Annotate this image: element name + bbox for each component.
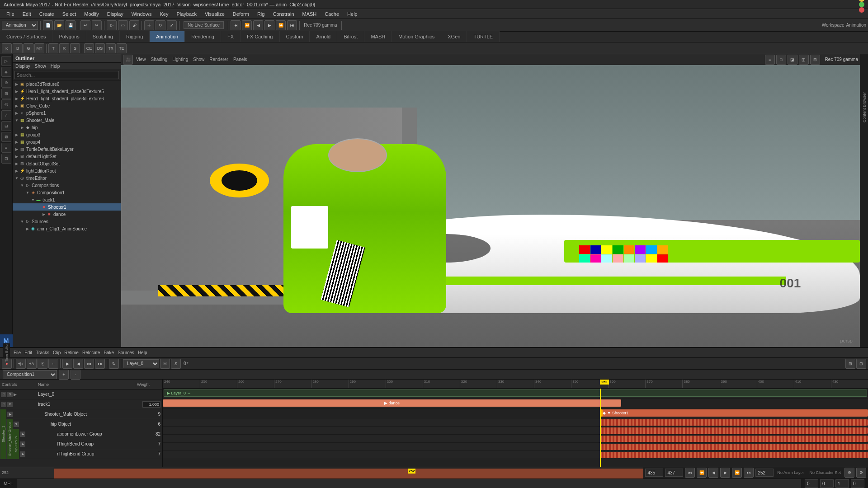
tree-arrow-dance[interactable]: ▶ [42, 212, 46, 216]
tl-go-end[interactable]: ⏭ [744, 468, 754, 478]
play-button[interactable]: ▶ [264, 20, 274, 30]
tree-arrow-turtledefault[interactable]: ▶ [14, 147, 19, 151]
minimize-button[interactable] [859, 0, 864, 2]
tab-custom[interactable]: Custom [280, 31, 310, 42]
te-retime-menu[interactable]: Retime [64, 350, 79, 355]
menu-item-deform[interactable]: Deform [229, 10, 253, 18]
te-grid-btn[interactable]: ⊞ [845, 359, 855, 369]
tab-curves---surfaces[interactable]: Curves / Surfaces [0, 31, 52, 42]
go-end-button[interactable]: ⏭ [287, 20, 297, 30]
step-back-button[interactable]: ⏪ [242, 20, 252, 30]
outliner-item-defaultobjset[interactable]: ▶⊞defaultObjectSet [13, 160, 121, 167]
outliner-item-hero1_light2[interactable]: ▶⚡Hero1_light_shaderd_place3dTexture6 [13, 95, 121, 102]
te-add-clip-btn[interactable]: +▷ [16, 359, 26, 369]
te-add-anim-btn[interactable]: +A [27, 359, 37, 369]
select-tool[interactable]: ▷ [107, 20, 117, 30]
tree-arrow-compositions[interactable]: ▼ [20, 183, 24, 188]
deform-mode-button[interactable]: ⊞ [1, 89, 11, 99]
tree-arrow-psphere1[interactable]: ▶ [14, 111, 19, 115]
te-move-btn[interactable]: ↔ [48, 359, 58, 369]
translate-key[interactable]: T [48, 43, 58, 53]
select-mode-button[interactable]: ▷ [1, 56, 11, 66]
outliner-item-glowcube[interactable]: ▶▣Glow_Cube [13, 102, 121, 109]
mel-input[interactable] [17, 479, 801, 488]
layer0-mute[interactable]: □ [1, 392, 6, 397]
te-clip-menu[interactable]: Clip [53, 350, 61, 355]
te-paste-btn[interactable]: ⎘ [38, 359, 47, 369]
outliner-item-turtledefault[interactable]: ▶▤TurtleDefaultBakeLayer [13, 145, 121, 153]
tab-fx[interactable]: FX [221, 31, 241, 42]
te-composition-select[interactable]: Composition1 [3, 370, 57, 379]
tree-arrow-shootermale[interactable]: ▼ [14, 118, 19, 122]
dope-sheet[interactable]: DS [95, 43, 105, 53]
mel-status-1[interactable] [820, 479, 834, 488]
hip-expand[interactable]: ▼ [14, 422, 19, 427]
xray-mode-button[interactable]: ☆ [1, 110, 11, 120]
menu-item-cache[interactable]: Cache [321, 10, 343, 18]
tab-animation[interactable]: Animation [150, 31, 185, 42]
tab-xgen[interactable]: XGen [441, 31, 467, 42]
tab-rigging[interactable]: Rigging [120, 31, 150, 42]
tree-arrow-defaultlightset[interactable]: ▶ [14, 155, 19, 159]
outliner-item-group4[interactable]: ▶▦group4 [13, 138, 121, 145]
outliner-item-dance[interactable]: ▶■dance [13, 211, 121, 218]
lasso-select[interactable]: ◌ [118, 20, 128, 30]
te-jump-end-btn[interactable]: ⏭ [95, 359, 105, 369]
tree-arrow-place3d1[interactable]: ▶ [14, 82, 19, 86]
track1-weight-input[interactable] [142, 401, 160, 408]
te-comp-add-btn[interactable]: + [59, 370, 69, 380]
tab-mash[interactable]: MASH [364, 31, 392, 42]
char-set-options[interactable]: ⚙ [856, 468, 866, 478]
track-row-hip[interactable]: ▼ hip Object 6 [13, 419, 162, 429]
track1-expand-btn[interactable]: ▼ [7, 402, 13, 407]
outliner-item-group3[interactable]: ▶▦group3 [13, 131, 121, 138]
breakdown-button[interactable]: B [13, 43, 23, 53]
track-row-shooter-male[interactable]: ▶ Shooter_Male Object 9 [6, 409, 162, 419]
rthigh-expand[interactable]: ▶ [20, 451, 25, 457]
motion-trail-button[interactable]: MT [34, 43, 44, 53]
close-button[interactable] [859, 7, 864, 13]
sm-expand[interactable]: ▶ [7, 412, 13, 417]
outliner-show-menu[interactable]: Show [35, 64, 46, 69]
scale-tool[interactable]: ⤢ [167, 20, 177, 30]
outliner-item-hip[interactable]: ▶◆hip [13, 124, 121, 131]
te-relocate-menu[interactable]: Relocate [82, 350, 100, 355]
outliner-display-menu[interactable]: Display [15, 64, 30, 69]
paint-mode-button[interactable]: ◈ [1, 67, 11, 77]
te-bake-menu[interactable]: Bake [104, 350, 114, 355]
te-mute-btn[interactable]: M [160, 359, 170, 369]
tree-arrow-hero1_light[interactable]: ▶ [14, 89, 19, 94]
vp-icon-4[interactable]: ◫ [799, 55, 809, 65]
tree-arrow-lighteditorroot[interactable]: ▶ [14, 169, 19, 173]
play-back-button[interactable]: ◀ [253, 20, 263, 30]
te-comp-remove-btn[interactable]: - [71, 370, 80, 380]
curve-editor[interactable]: CE [84, 43, 94, 53]
tree-arrow-hip[interactable]: ▶ [20, 126, 24, 130]
vp-cam-button[interactable]: 🎥 [123, 55, 133, 65]
maximize-button[interactable] [859, 2, 864, 7]
outliner-help-menu[interactable]: Help [51, 64, 60, 69]
vp-icon-1[interactable]: ≡ [765, 55, 775, 65]
tree-arrow-animclip1[interactable]: ▶ [25, 227, 30, 231]
outliner-item-defaultlightset[interactable]: ▶⊞defaultLightSet [13, 153, 121, 160]
te-sources-menu[interactable]: Sources [118, 350, 134, 355]
menu-item-modify[interactable]: Modify [80, 10, 102, 18]
anim-layer-options[interactable]: ⚙ [844, 468, 854, 478]
outliner-item-psphere1[interactable]: ▶○pSphere1 [13, 109, 121, 117]
track-row-abdomen[interactable]: ▶ abdomenLower Group 82 [19, 429, 162, 439]
step-forward-button[interactable]: ⏩ [276, 20, 286, 30]
lthigh-expand[interactable]: ▶ [20, 441, 25, 447]
menu-item-visualize[interactable]: Visualize [201, 10, 228, 18]
tab-polygons[interactable]: Polygons [52, 31, 86, 42]
outliner-item-animclip1[interactable]: ▶◉anim_Clip1_AnimSource [13, 225, 121, 232]
menu-item-playback[interactable]: Playback [173, 10, 200, 18]
outliner-item-composition1[interactable]: ▼◈Composition1 [13, 189, 121, 196]
vp-show-menu[interactable]: Show [191, 57, 206, 62]
track-row-layer0[interactable]: □ S ▶ Layer_0 [0, 389, 162, 399]
dance-clip[interactable]: ▶ dance [163, 399, 621, 407]
outliner-item-shooter1[interactable]: ■Shooter1 [13, 203, 121, 211]
outliner-item-timeeditor[interactable]: ▼◷timeEditor [13, 174, 121, 182]
tree-arrow-group4[interactable]: ▶ [14, 140, 19, 144]
tab-sculpting[interactable]: Sculpting [86, 31, 120, 42]
mel-status-0[interactable] [805, 479, 818, 488]
